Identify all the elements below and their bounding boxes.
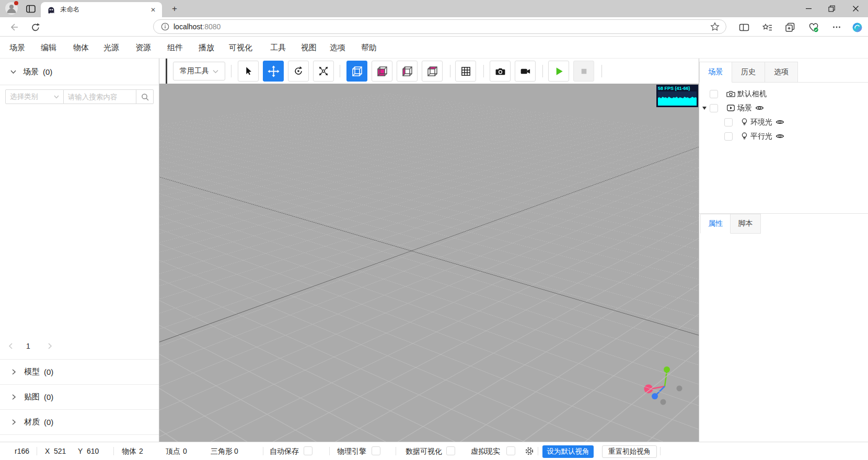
search-button[interactable] [136,89,154,104]
asset-search-bar: 选择类别 [5,89,154,104]
collections-button[interactable] [784,21,796,33]
site-info-icon[interactable] [161,22,169,31]
tab-properties[interactable]: 属性 [700,214,731,234]
perspective-view-button[interactable] [346,61,367,82]
record-video-button[interactable] [515,61,536,82]
section-materials[interactable]: 材质 (0) [0,410,159,435]
tab-scene[interactable]: 场景 [699,62,732,83]
new-tab-button[interactable]: + [168,3,181,15]
statusbar-separator [37,447,37,455]
favorite-star-icon[interactable] [710,22,720,31]
menu-visualize[interactable]: 可视化 [229,37,252,58]
scale-tool-button[interactable] [313,61,334,82]
copilot-button[interactable] [851,21,863,33]
browser-essentials-button[interactable] [807,21,820,33]
browser-menu-button[interactable] [830,21,843,33]
refresh-button[interactable] [29,21,42,33]
grid-toggle-button[interactable] [455,61,476,82]
settings-button[interactable] [525,446,534,456]
rotate-tool-button[interactable] [288,61,309,82]
physics-checkbox[interactable] [372,446,380,455]
fps-stats-panel[interactable]: 58 FPS (41-66) [656,85,698,107]
section-models[interactable]: 模型 (0) [0,360,159,385]
tree-node-label: 场景 [737,104,752,113]
chevron-down-icon [10,69,16,75]
front-view-button[interactable] [372,61,392,82]
translate-tool-button[interactable] [263,61,284,82]
menu-play[interactable]: 播放 [199,37,214,58]
workspaces-button[interactable] [24,0,38,17]
menu-assets[interactable]: 资源 [135,37,151,58]
eye-icon[interactable] [776,132,784,141]
menu-light[interactable]: 光源 [103,37,119,58]
mouse-x-label: X [45,442,50,460]
menu-scene[interactable]: 场景 [9,37,25,58]
page-next-button[interactable] [47,332,53,360]
menu-view[interactable]: 视图 [301,37,317,58]
hierarchy-tab-bar: 场景 历史 选项 [699,59,868,83]
toolbar-separator [340,65,340,77]
favorites-button[interactable] [761,21,773,33]
mouse-y-value: 610 [87,442,99,460]
tab-options[interactable]: 选项 [765,62,798,83]
tree-checkbox[interactable] [724,132,733,141]
viewport-canvas[interactable]: 58 FPS (41-66) [159,84,699,442]
tree-checkbox[interactable] [724,118,733,126]
eye-icon[interactable] [776,118,784,126]
statusbar-separator [660,447,661,455]
page-number[interactable]: 1 [26,332,30,360]
tree-checkbox[interactable] [710,104,718,112]
select-tool-button[interactable] [238,61,259,82]
split-screen-button[interactable] [738,21,750,33]
axis-gizmo[interactable] [640,363,687,408]
set-default-view-button[interactable]: 设为默认视角 [542,445,594,458]
url-field[interactable]: localhost:8080 [153,19,726,34]
vr-checkbox[interactable] [506,446,515,455]
tab-history[interactable]: 历史 [732,62,765,83]
chevron-down-icon [213,68,218,74]
scene-section-header[interactable]: 场景 (0) [0,59,159,85]
common-tools-dropdown[interactable]: 常用工具 [173,62,225,80]
menu-tools[interactable]: 工具 [270,37,286,58]
section-textures[interactable]: 贴图 (0) [0,385,159,410]
dataviz-checkbox[interactable] [446,446,455,455]
url-port: :8080 [202,22,221,31]
play-button[interactable] [548,61,569,82]
panel-splitter[interactable] [166,59,167,84]
browser-tab[interactable]: 未命名 ✕ [41,2,162,17]
tree-checkbox[interactable] [710,90,718,98]
window-restore-button[interactable] [821,0,842,17]
expand-arrow-icon[interactable] [702,107,707,110]
statusbar-separator [263,447,263,455]
autosave-checkbox[interactable] [304,446,313,455]
menu-options[interactable]: 选项 [330,37,345,58]
chevron-right-icon [47,343,53,349]
chevron-right-icon [11,369,17,375]
menu-component[interactable]: 组件 [167,37,183,58]
menu-help[interactable]: 帮助 [361,37,377,58]
stop-button[interactable] [573,61,594,82]
menu-object[interactable]: 物体 [73,37,89,58]
tree-node-camera[interactable]: 默认相机 [699,87,868,101]
tree-node-directional-light[interactable]: 平行光 [699,129,868,143]
window-close-button[interactable] [845,0,866,17]
tree-node-ambient-light[interactable]: 环境光 [699,115,868,129]
section-count: (0) [44,393,53,401]
tab-close-icon[interactable]: ✕ [148,5,158,15]
viewport-grid [159,84,699,273]
category-select[interactable]: 选择类别 [5,89,64,104]
tree-node-scene[interactable]: 场景 [699,101,868,115]
page-prev-button[interactable] [8,332,14,360]
eye-icon[interactable] [755,104,764,112]
statusbar-separator [396,447,396,455]
tab-script[interactable]: 脚本 [731,214,761,234]
side-view-button[interactable] [397,61,418,82]
toolbar-separator [542,65,543,77]
search-input[interactable] [64,89,136,104]
menu-edit[interactable]: 编辑 [41,37,56,58]
top-view-button[interactable] [422,61,443,82]
back-button[interactable] [8,21,20,33]
window-minimize-button[interactable] [798,0,819,17]
reset-view-button[interactable]: 重置初始视角 [602,445,657,458]
screenshot-button[interactable] [490,61,511,82]
